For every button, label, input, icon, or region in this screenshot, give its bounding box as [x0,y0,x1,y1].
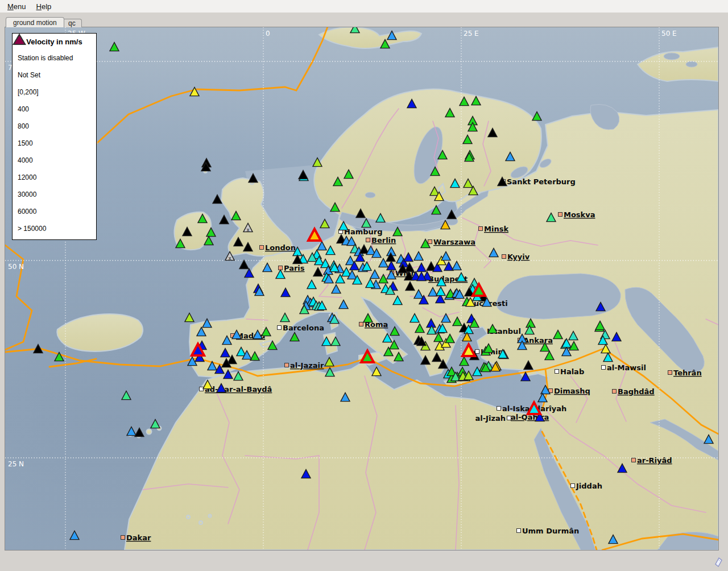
legend-item: > 150000 [13,220,96,237]
connection-status-icon[interactable] [713,556,723,568]
velocity-legend: Velocity in nm/s xStation is disabledNot… [12,33,97,240]
menu-bar: MenuHelp [0,0,728,13]
tab-qc[interactable]: qc [62,19,82,27]
menu-item-help[interactable]: Help [31,1,57,12]
map-view[interactable]: LondonParisHamburgBerlinWarszawaWienBuda… [5,27,719,551]
tab-ground-motion[interactable]: ground motion [6,17,64,27]
tab-qc-label: qc [68,19,76,27]
station-triangle-icon [13,34,726,556]
menu-item-menu[interactable]: Menu [2,1,31,12]
tab-ground-motion-label: ground motion [13,19,57,27]
legend-triangle [14,35,25,44]
